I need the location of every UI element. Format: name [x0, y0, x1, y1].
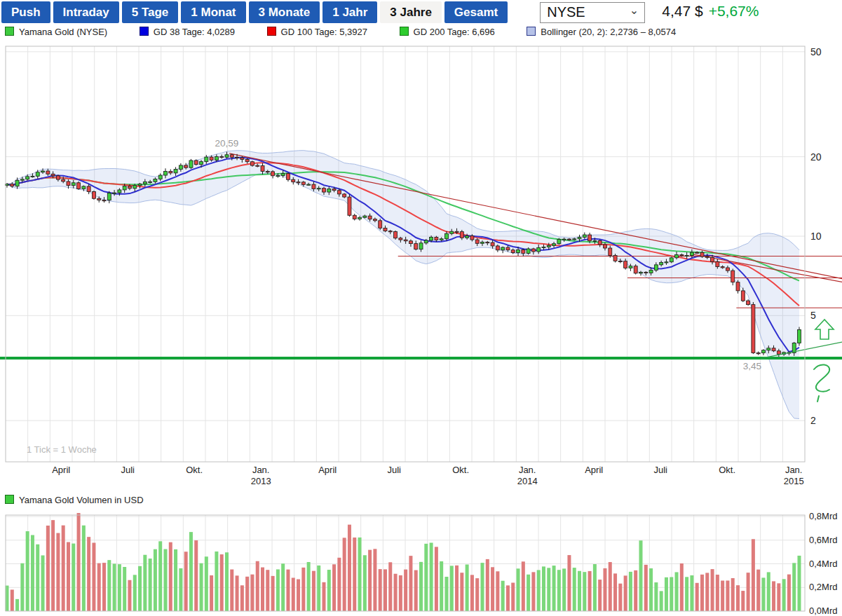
- up-arrow-icon: [815, 320, 834, 339]
- tab-5-tage[interactable]: 5 Tage: [122, 1, 179, 23]
- volume-bar: [496, 571, 499, 611]
- volume-bar: [414, 570, 418, 611]
- volume-bar: [46, 526, 50, 611]
- candle: [665, 262, 668, 263]
- volume-bar: [184, 552, 188, 611]
- volume-bar: [435, 547, 438, 611]
- candle: [613, 256, 617, 261]
- tab-push[interactable]: Push: [1, 1, 50, 23]
- tab-3-jahre[interactable]: 3 Jahre: [380, 1, 442, 23]
- volume-bar: [736, 585, 740, 611]
- legend-color-swatch: [140, 27, 149, 36]
- volume-bar: [15, 599, 19, 611]
- x-axis-label: Juli: [653, 465, 667, 475]
- volume-bar: [613, 573, 617, 611]
- volume-bar: [711, 569, 714, 611]
- volume-bar: [62, 526, 65, 611]
- squiggle-icon: [814, 364, 829, 402]
- legend-item-bollinger: Bollinger (20, 2): 2,2736 – 8,0574: [527, 26, 676, 37]
- volume-bar: [716, 575, 719, 611]
- volume-bar: [317, 566, 320, 611]
- candle: [680, 255, 684, 256]
- volume-bar: [343, 538, 346, 611]
- volume-bar: [373, 549, 376, 611]
- tab-gesamt[interactable]: Gesamt: [444, 1, 508, 23]
- exchange-select[interactable]: NYSE⌄: [540, 2, 645, 23]
- candle: [624, 261, 627, 268]
- candle: [337, 191, 341, 194]
- legend-color-swatch: [5, 495, 14, 504]
- candle: [522, 249, 525, 253]
- candle: [726, 268, 729, 271]
- volume-bar: [250, 575, 254, 611]
- volume-bar: [741, 591, 745, 611]
- volume-bar: [225, 552, 229, 611]
- candle: [404, 240, 407, 241]
- volume-bar: [307, 562, 311, 611]
- candle: [741, 291, 745, 301]
- candle: [440, 239, 443, 240]
- stock-chart-page: { "toolbar": { "buttons": [ {"label": "P…: [0, 0, 842, 616]
- price-annotation: 3,45: [743, 361, 761, 371]
- chevron-down-icon: ⌄: [630, 4, 639, 17]
- candle: [15, 180, 19, 186]
- tab-3-monate[interactable]: 3 Monate: [249, 1, 320, 23]
- candle: [531, 249, 535, 252]
- volume-bar: [41, 555, 45, 611]
- volume-bar: [444, 577, 448, 611]
- legend-item-gd100: GD 100 Tage: 5,3927: [267, 26, 367, 37]
- legend-color-swatch: [527, 27, 536, 36]
- volume-bar: [363, 555, 367, 611]
- candle: [609, 248, 612, 256]
- volume-bar-chart[interactable]: 0,8Mrd0,6Mrd0,4Mrd0,2Mrd0,0Mrd: [0, 509, 842, 616]
- volume-bar: [573, 568, 576, 611]
- tab-1-jahr[interactable]: 1 Jahr: [322, 1, 377, 23]
- volume-bar: [726, 580, 729, 611]
- volume-axis-label: 0,2Mrd: [809, 582, 837, 592]
- candle: [593, 240, 597, 241]
- candle: [332, 189, 336, 190]
- candle: [276, 176, 280, 177]
- candle: [685, 255, 688, 256]
- volume-bar: [542, 566, 545, 611]
- volume-bar: [200, 563, 203, 611]
- volume-bar: [419, 562, 423, 611]
- volume-bar: [67, 542, 70, 611]
- volume-bar: [271, 576, 275, 611]
- volume-bar: [609, 562, 612, 611]
- volume-bar: [409, 556, 412, 611]
- candle: [102, 200, 106, 201]
- volume-bar: [634, 570, 637, 611]
- candle: [205, 157, 208, 162]
- candle: [557, 240, 561, 244]
- candle: [629, 266, 632, 268]
- candle: [281, 174, 285, 176]
- x-axis-label: Jan.: [519, 465, 536, 475]
- tab-intraday[interactable]: Intraday: [53, 1, 119, 23]
- volume-bar: [501, 581, 505, 611]
- price-candlestick-chart[interactable]: 20,593,4550201052AprilJuliOkt.Jan.2013Ap…: [0, 41, 842, 491]
- candle: [236, 157, 239, 158]
- candle: [41, 171, 45, 172]
- volume-bar: [430, 542, 433, 611]
- volume-bar: [424, 544, 428, 611]
- candle: [353, 215, 356, 219]
- volume-bar: [337, 558, 341, 611]
- candle: [97, 198, 101, 200]
- legend-label: Bollinger (20, 2): 2,2736 – 8,0574: [541, 27, 676, 37]
- tab-1-monat[interactable]: 1 Monat: [181, 1, 245, 23]
- price-change: +5,67%: [709, 3, 759, 19]
- candle: [588, 235, 592, 241]
- candle: [578, 238, 581, 239]
- candle: [598, 240, 602, 245]
- candle: [118, 190, 121, 193]
- volume-bar: [460, 573, 463, 611]
- volume-bar: [348, 525, 351, 611]
- candle: [480, 242, 484, 244]
- volume-bar: [322, 582, 325, 611]
- volume-bar: [138, 566, 142, 611]
- candle: [414, 244, 418, 249]
- volume-bar: [680, 563, 684, 611]
- volume-bar: [470, 575, 474, 611]
- volume-bar: [154, 549, 157, 611]
